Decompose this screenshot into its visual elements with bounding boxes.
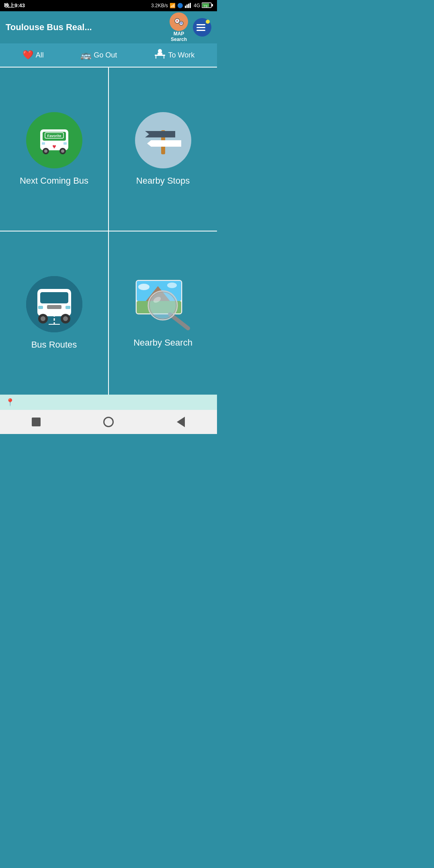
tab-to-work[interactable]: To Work <box>150 47 199 63</box>
triangle-back-icon <box>177 417 185 427</box>
svg-point-52 <box>167 283 177 288</box>
map-search-label2: Search <box>171 37 187 42</box>
work-icon <box>154 48 166 62</box>
svg-rect-1 <box>186 4 188 8</box>
next-coming-bus-cell[interactable]: Favorite ♥ Next Coming Bus <box>0 68 108 231</box>
nav-home-button[interactable] <box>100 414 117 430</box>
next-coming-bus-icon: Favorite ♥ <box>26 112 82 168</box>
network-type: 4G <box>194 3 200 8</box>
tab-to-work-label: To Work <box>168 51 195 59</box>
svg-point-17 <box>158 49 162 53</box>
header: Toulouse Bus Real... A B MAP Search <box>0 11 217 43</box>
status-bar: 晚上9:43 3.2KB/s 📶 🔵 4G 73 <box>0 0 217 11</box>
svg-text:♥: ♥ <box>52 143 56 150</box>
main-grid: Favorite ♥ Next Coming Bus <box>0 68 217 395</box>
bus-routes-label: Bus Routes <box>31 340 77 350</box>
menu-button[interactable] <box>193 18 211 37</box>
app-title: Toulouse Bus Real... <box>6 22 170 33</box>
filter-tabs: ❤️ All 🚌 Go Out To Work <box>0 43 217 68</box>
network-speed: 3.2KB/s <box>151 3 168 8</box>
svg-point-51 <box>138 284 149 290</box>
nearby-search-icon <box>134 278 192 330</box>
nearby-stops-icon <box>135 112 191 168</box>
next-coming-bus-label: Next Coming Bus <box>20 176 88 186</box>
svg-point-28 <box>44 149 47 153</box>
bluetooth-icon: 🔵 <box>177 3 183 8</box>
circle-icon <box>103 417 114 427</box>
wifi-icon: 📶 <box>170 3 176 8</box>
svg-text:73: 73 <box>204 4 207 8</box>
svg-rect-37 <box>40 292 68 303</box>
svg-rect-5 <box>212 4 213 6</box>
bus-emoji-icon: 🚌 <box>80 50 91 60</box>
nav-bar <box>0 410 217 434</box>
heart-icon: ❤️ <box>23 50 33 60</box>
location-pin-icon: 📍 <box>6 398 14 407</box>
square-icon <box>32 418 41 426</box>
nearby-search-label: Nearby Search <box>133 338 192 348</box>
nav-square-button[interactable] <box>28 414 44 430</box>
map-icon: A B <box>170 12 188 31</box>
tab-all-label: All <box>36 51 44 59</box>
menu-lines-icon <box>197 24 208 31</box>
svg-rect-25 <box>63 142 67 145</box>
svg-rect-39 <box>66 306 70 309</box>
nearby-stops-cell[interactable]: Nearby Stops <box>109 68 217 231</box>
signal-icon <box>185 2 192 9</box>
map-search-button[interactable]: A B MAP Search <box>170 12 188 43</box>
battery-icon: 73 <box>202 2 213 9</box>
svg-marker-34 <box>147 140 181 147</box>
svg-point-30 <box>61 149 64 153</box>
map-search-label1: MAP <box>174 31 184 37</box>
svg-rect-18 <box>158 53 162 55</box>
svg-text:A: A <box>176 19 178 23</box>
svg-point-44 <box>63 316 68 321</box>
nearby-stops-label: Nearby Stops <box>136 176 190 186</box>
status-time: 晚上9:43 <box>4 2 25 9</box>
notification-dot <box>206 20 210 24</box>
svg-text:B: B <box>180 21 183 25</box>
svg-rect-2 <box>188 4 189 8</box>
nav-back-button[interactable] <box>173 414 189 430</box>
svg-rect-3 <box>190 3 191 8</box>
svg-point-55 <box>149 292 176 319</box>
svg-text:Favorite: Favorite <box>47 134 61 138</box>
svg-rect-16 <box>164 56 164 59</box>
bottom-bar: 📍 <box>0 395 217 410</box>
svg-rect-40 <box>47 305 61 309</box>
tab-go-out[interactable]: 🚌 Go Out <box>76 48 121 62</box>
bus-routes-icon <box>26 276 82 332</box>
svg-rect-0 <box>185 6 186 8</box>
svg-rect-15 <box>156 56 156 59</box>
svg-marker-33 <box>145 131 175 137</box>
tab-go-out-label: Go Out <box>94 51 117 59</box>
svg-rect-24 <box>42 142 45 145</box>
svg-point-42 <box>41 316 45 321</box>
status-right: 3.2KB/s 📶 🔵 4G 73 <box>151 2 213 9</box>
header-actions: A B MAP Search <box>170 12 211 43</box>
nearby-search-cell[interactable]: Nearby Search <box>109 231 217 395</box>
bus-routes-cell[interactable]: Bus Routes <box>0 231 108 395</box>
tab-all[interactable]: ❤️ All <box>18 48 48 62</box>
svg-rect-38 <box>38 306 43 309</box>
